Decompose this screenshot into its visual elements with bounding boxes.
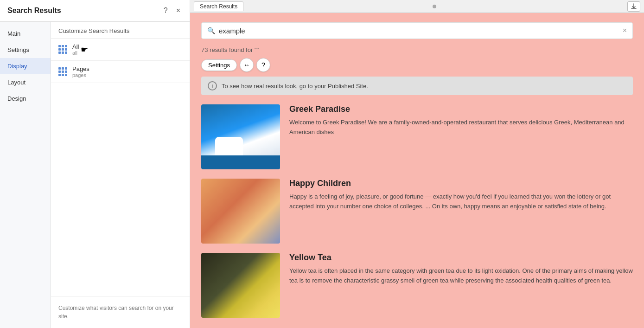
result-info-tea: Yellow Tea Yellow tea is often placed in… [289, 253, 633, 286]
preview-content: 🔍 example × 73 results found for "" Sett… [190, 13, 644, 328]
info-banner: i To see how real results look, go to yo… [201, 77, 633, 95]
category-pages-text: Pages pages [72, 65, 89, 78]
tab-dot [433, 5, 436, 8]
info-text: To see how real results look, go to your… [222, 83, 368, 90]
category-pages[interactable]: Pages pages [51, 61, 190, 83]
panel-header-icons: ? × [162, 6, 182, 16]
cursor-icon: ☛ [81, 45, 88, 55]
resize-button[interactable]: ↔ [240, 58, 254, 72]
sidebar-item-main[interactable]: Main [0, 26, 51, 42]
result-title-greek[interactable]: Greek Paradise [289, 104, 633, 114]
result-card-happy-children: Happy Children Happy is a feeling of joy… [201, 179, 633, 244]
result-info-greek: Greek Paradise Welcome to Greek Paradise… [289, 104, 633, 137]
search-icon: 🔍 [207, 27, 215, 34]
search-input-value[interactable]: example [219, 27, 623, 35]
search-clear-button[interactable]: × [623, 26, 627, 35]
category-all[interactable]: All all ☛ [51, 39, 190, 61]
results-count: 73 results found for "" [201, 46, 633, 53]
result-desc-children: Happy is a feeling of joy, pleasure, or … [289, 192, 633, 212]
help-button[interactable]: ? [162, 6, 170, 16]
category-all-name: All [72, 43, 79, 50]
info-icon: i [208, 81, 217, 90]
result-thumb-greek [201, 104, 280, 169]
thumb-tea-image [201, 253, 280, 318]
help-circle-button[interactable]: ? [256, 58, 270, 72]
content-area: Customize Search Results All all ☛ [51, 22, 190, 328]
customize-heading: Customize Search Results [51, 22, 190, 39]
left-panel: Search Results ? × Main Settings Display… [0, 0, 190, 328]
category-all-text: All all [72, 43, 79, 56]
tab-bar: Search Results [190, 0, 644, 13]
result-thumb-tea [201, 253, 280, 318]
result-info-children: Happy Children Happy is a feeling of joy… [289, 179, 633, 212]
settings-button[interactable]: Settings [201, 59, 237, 71]
close-button[interactable]: × [174, 6, 182, 16]
panel-body: Main Settings Display Layout Design Cust… [0, 22, 190, 328]
thumb-children-image [201, 179, 280, 244]
result-title-children[interactable]: Happy Children [289, 179, 633, 188]
panel-title: Search Results [7, 6, 61, 15]
result-card-yellow-tea: Yellow Tea Yellow tea is often placed in… [201, 253, 633, 318]
right-area: Search Results 🔍 example × 73 results fo… [190, 0, 644, 328]
thumb-greek-image [201, 104, 280, 169]
pages-grid-icon [58, 67, 68, 77]
category-pages-sub: pages [72, 72, 89, 78]
result-card-greek-paradise: Greek Paradise Welcome to Greek Paradise… [201, 104, 633, 169]
category-all-sub: all [72, 50, 79, 56]
tab-search-results[interactable]: Search Results [194, 1, 243, 11]
sidebar-item-settings[interactable]: Settings [0, 42, 51, 58]
download-button[interactable] [627, 1, 640, 12]
all-grid-icon [58, 45, 68, 54]
result-title-tea[interactable]: Yellow Tea [289, 253, 633, 263]
nav-sidebar: Main Settings Display Layout Design [0, 22, 51, 328]
result-desc-tea: Yellow tea is often placed in the same c… [289, 266, 633, 286]
sidebar-item-layout[interactable]: Layout [0, 74, 51, 90]
settings-toolbar: Settings ↔ ? [201, 58, 633, 72]
result-desc-greek: Welcome to Greek Paradise! We are a fami… [289, 118, 633, 137]
sidebar-item-display[interactable]: Display [0, 58, 51, 74]
customize-footer: Customize what visitors can search for o… [51, 296, 190, 328]
result-thumb-children [201, 179, 280, 244]
search-bar: 🔍 example × [201, 22, 633, 39]
category-pages-name: Pages [72, 65, 89, 72]
sidebar-item-design[interactable]: Design [0, 90, 51, 107]
download-icon [631, 3, 637, 10]
panel-header: Search Results ? × [0, 0, 190, 22]
